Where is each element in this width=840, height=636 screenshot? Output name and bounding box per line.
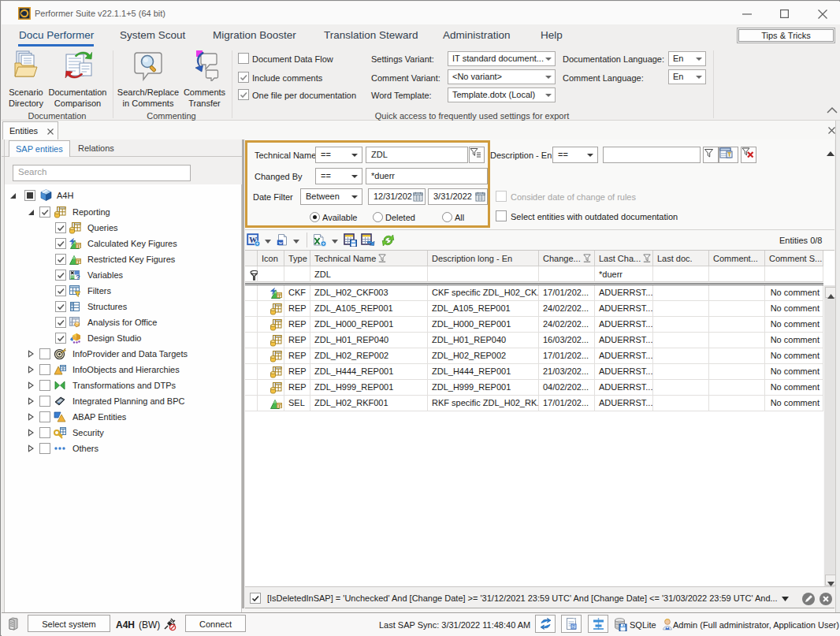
svg-text:?: ?: [76, 273, 80, 281]
